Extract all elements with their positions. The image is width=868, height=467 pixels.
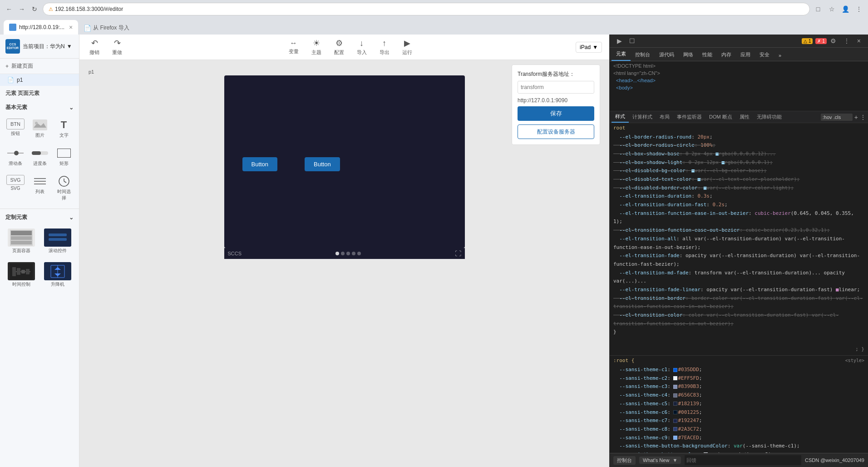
transform-button[interactable]: ↔ 变量 (286, 38, 301, 56)
element-image[interactable]: 图片 (29, 116, 50, 141)
tab-close-button[interactable]: × (69, 24, 73, 31)
style-tab-styles[interactable]: 样式 (612, 111, 629, 123)
run-button[interactable]: ▶ 运行 (399, 37, 415, 57)
project-selector[interactable]: 当前项目：华为N ▼ (23, 43, 72, 50)
redo-button[interactable]: ↷ 重做 (109, 37, 125, 57)
import-button[interactable]: ↓ 导入 (354, 38, 370, 57)
time-selector-icon (56, 175, 72, 188)
url-bar[interactable]: ⚠ 192.168.158.3:3000/#/editor (43, 3, 810, 15)
canvas-button-2[interactable]: Button (305, 157, 340, 171)
cancel-label: 撤销 (89, 49, 99, 56)
devtools-tab-console[interactable]: 控制台 (631, 49, 655, 61)
config-button[interactable]: ⚙ 配置 (331, 37, 347, 57)
custom-elements-grid: 页面容器 滚动控件 时间控制 (0, 223, 79, 293)
devtools-right-info: CSDN @weixin_40207049 (805, 457, 864, 463)
elements-section: 元素 页面元素 基本元素 ⌄ BTN 按钮 图片 T (0, 86, 79, 467)
export-button[interactable]: ↑ 导出 (377, 38, 392, 57)
style-tab-dom[interactable]: DOM 断点 (705, 112, 736, 122)
element-page-container[interactable]: 页面容器 (5, 226, 38, 257)
browser-tab-firefox[interactable]: 📄 从 Firefox 导入 (79, 21, 133, 35)
browser-tab-editor[interactable]: http://128.0.0.19:... × (4, 20, 78, 35)
element-slider[interactable]: 滑动条 (5, 144, 26, 169)
style-tab-computed[interactable]: 计算样式 (629, 112, 656, 122)
doctype-line: <!DOCTYPE html> (610, 62, 868, 70)
style-more-icon[interactable]: ⋮ (860, 114, 866, 121)
reload-button[interactable]: ↻ (29, 4, 40, 15)
whats-new-tab[interactable]: What's New ▼ (639, 457, 681, 464)
canvas-bottom-bar: SCCS ⛶ (224, 248, 465, 259)
custom-section-label: 定制元素 (5, 214, 27, 221)
canvas-buttons: Button Button (242, 157, 340, 171)
toolbar-left-group: ↶ 撤销 ↷ 重做 (87, 37, 125, 57)
canvas-expand-icon[interactable]: ⛶ (455, 250, 461, 257)
back-button[interactable]: ← (4, 4, 15, 15)
devtools-close-icon[interactable]: × (853, 35, 864, 47)
devtools-tab-memory[interactable]: 内存 (717, 49, 736, 61)
new-page-button[interactable]: + 新建页面 (0, 59, 79, 74)
style-filter-input[interactable] (821, 114, 853, 121)
menu-button[interactable]: ⋮ (853, 4, 864, 15)
center-area: ↶ 撤销 ↷ 重做 ↔ 变量 ☀ 主题 ⚙ (79, 35, 609, 467)
transform-input[interactable] (518, 81, 594, 94)
save-button[interactable]: 保存 (518, 106, 594, 121)
devtools-inspect-icon[interactable]: ▶ (613, 35, 626, 47)
bookmark-button[interactable]: ☆ (826, 4, 837, 15)
cancel-button[interactable]: ↶ 撤销 (87, 37, 102, 57)
style-tab-accessibility[interactable]: 无障碍功能 (753, 112, 785, 122)
extension-button[interactable]: □ (813, 4, 824, 15)
page-item-p1[interactable]: 📄 p1 (0, 74, 79, 86)
element-list[interactable]: 列表 (29, 172, 50, 204)
url-text: 192.168.158.3:3000/#/editor (55, 6, 123, 12)
devtools-tab-network[interactable]: 网络 (679, 49, 698, 61)
element-svg[interactable]: SVG SVG (5, 172, 26, 204)
devtools-tab-sources[interactable]: 源代码 (655, 49, 679, 61)
console-input[interactable] (685, 455, 801, 465)
root-selector-label: :root { (613, 357, 634, 365)
style-add-icon[interactable]: + (854, 114, 858, 121)
devtools-tab-more[interactable]: » (774, 50, 786, 61)
devtools-tab-elements[interactable]: 元素 (612, 48, 631, 61)
theme-button[interactable]: ☀ 主题 (309, 37, 324, 57)
left-sidebar: CCS EDITOR 当前项目：华为N ▼ + 新建页面 📄 p1 元素 页面元… (0, 35, 79, 467)
forward-button[interactable]: → (16, 4, 27, 15)
devtools-tab-security[interactable]: 安全 (755, 49, 774, 61)
console-tab-bottom[interactable]: 控制台 (613, 456, 636, 465)
element-text[interactable]: T 文字 (53, 116, 74, 141)
element-time-selector[interactable]: 时间选择 (53, 172, 74, 204)
progress-icon (32, 147, 48, 159)
canvas-button-1[interactable]: Button (242, 157, 278, 171)
browser-tabs: http://128.0.0.19:... × 📄 从 Firefox 导入 (0, 18, 868, 35)
element-button[interactable]: BTN 按钮 (5, 116, 26, 141)
element-elevator[interactable]: 升降机 (41, 259, 74, 290)
element-progress[interactable]: 进度条 (29, 144, 50, 169)
config-icon: ⚙ (335, 38, 343, 48)
style-tab-layout[interactable]: 布局 (656, 112, 673, 122)
devtools-settings-icon[interactable]: ⚙ (827, 35, 840, 47)
devtools-more-icon[interactable]: ⋮ (840, 35, 853, 47)
copyright-text: CSDN @weixin_40207049 (805, 457, 864, 463)
profile-button[interactable]: 👤 (840, 4, 851, 15)
canvas-frame[interactable]: Button Button (224, 75, 465, 248)
tab-favicon (9, 24, 16, 31)
custom-elements-title: 定制元素 ⌄ (0, 211, 79, 223)
browser-toolbar: ← → ↻ ⚠ 192.168.158.3:3000/#/editor □ ☆ … (0, 0, 868, 18)
devtools-tabs: 元素 控制台 源代码 网络 性能 内存 应用 安全 » (610, 48, 868, 61)
device-selector[interactable]: iPad ▼ (576, 42, 602, 53)
error-badge: ✗ 1 (815, 38, 826, 44)
logo-text: CCS EDITOR (5, 43, 20, 50)
devtools-tab-application[interactable]: 应用 (736, 49, 755, 61)
devtools-device-icon[interactable]: ☐ (626, 35, 639, 47)
style-tab-event[interactable]: 事件监听器 (673, 112, 705, 122)
element-rect[interactable]: 矩形 (53, 144, 74, 169)
html-tree: <!DOCTYPE html> <html lang="zh-CN"> <hea… (610, 61, 868, 111)
canvas-container: Button Button SCCS ⛶ (224, 75, 465, 259)
element-time-control[interactable]: 时间控制 (5, 259, 38, 290)
config-server-button[interactable]: 配置设备服务器 (518, 124, 594, 139)
config-label: 配置 (334, 49, 344, 56)
svg-rect-23 (17, 268, 20, 275)
element-scroll-control[interactable]: 滚动控件 (41, 226, 74, 257)
theme-icon: ☀ (313, 38, 320, 48)
elevator-thumb (44, 262, 71, 280)
style-tab-props[interactable]: 属性 (736, 112, 753, 122)
devtools-tab-performance[interactable]: 性能 (698, 49, 717, 61)
